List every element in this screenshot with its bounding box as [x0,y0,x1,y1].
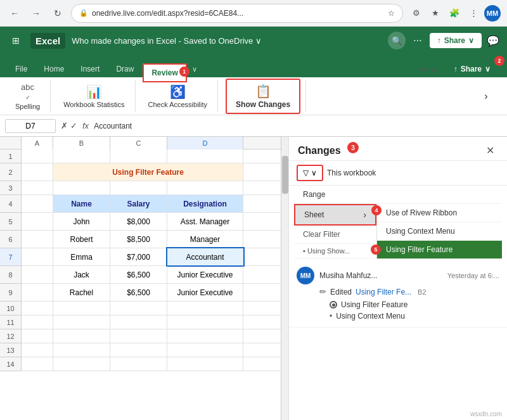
badge-5: 5 [371,245,381,255]
col-header-d[interactable]: D [167,137,243,150]
panel-close-button[interactable]: ✕ [482,143,498,158]
grid-cell-designation-5[interactable]: Asst. Manager [167,213,243,230]
grid-cell[interactable] [110,150,167,163]
grid-cell-salary-7[interactable]: $7,000 [110,248,167,265]
ribbon-more-button[interactable]: › [470,88,502,105]
sub-option-2[interactable]: Using Context Menu [377,222,502,241]
sub-option-1[interactable]: Use of Rivew Ribbon [377,204,502,222]
header-cell-name[interactable]: Name [53,195,110,212]
grid-cell[interactable] [22,195,53,212]
grid-cell-salary-6[interactable]: $8,500 [110,231,167,248]
extension-icon-1[interactable]: ⚙ [408,5,425,22]
row-header-8[interactable]: 8 [0,266,21,284]
cell-reference-input[interactable] [5,119,56,133]
grid-cell[interactable] [22,150,53,163]
sub-option-3-active[interactable]: Using Filter Feature [377,241,502,259]
grid-cell[interactable] [53,150,110,163]
grid-cell[interactable] [22,213,53,230]
grid-cell[interactable] [22,163,53,181]
grid-cell-salary-5[interactable]: $8,000 [110,213,167,230]
address-bar[interactable]: 🔒 onedrive.live.com/edit.aspx?resid=6CAE… [71,4,403,23]
share-badge-num: 2 [494,56,504,66]
grid-cell[interactable] [22,284,53,301]
filter-button[interactable]: ▽ ∨ [297,165,323,181]
grid-cell-rachel[interactable]: Rachel [53,284,110,301]
header-cell-designation[interactable]: Designation [167,195,243,212]
filter-option-sheet[interactable]: Sheet › [294,204,376,226]
forward-button[interactable]: → [28,5,44,22]
col-header-b[interactable]: B [53,137,110,150]
grid-cell[interactable] [22,266,53,283]
more-button[interactable]: ⋮ [465,5,482,22]
filter-option-range[interactable]: Range [294,186,502,204]
row-header-11[interactable]: 11 [0,315,21,329]
share-toolbar-button[interactable]: ↑ Share ∨ [445,61,499,77]
row-header-2[interactable]: 2 [0,163,21,181]
workbook-stats-button[interactable]: 📊 Workbook Statistics [58,82,129,111]
col-header-c[interactable]: C [110,137,167,150]
pencil-icon: ✏ [420,65,427,75]
apps-grid-icon[interactable]: ⊞ [8,32,24,49]
row-header-4[interactable]: 4 [0,195,21,213]
grid-cell-salary-8[interactable]: $6,500 [110,266,167,283]
header-cell-salary[interactable]: Salary [110,195,167,212]
tab-more-chevron[interactable]: ∨ [188,61,201,77]
grid-cell[interactable] [110,181,167,194]
tab-home[interactable]: Home [36,61,72,77]
row-header-3[interactable]: 3 [0,181,21,195]
row-header-10[interactable]: 10 [0,302,21,315]
sub-option-5-wrapper: Using Filter Feature 5 [377,241,502,259]
row-header-5[interactable]: 5 [0,213,21,231]
row-header-9[interactable]: 9 [0,284,21,302]
grid-cell-salary-9[interactable]: $6,500 [110,284,167,301]
vertical-scrollbar[interactable] [281,137,288,420]
grid-cell-designation-8[interactable]: Junior Executive [167,266,243,283]
grid-cell-emma[interactable]: Emma [53,248,110,265]
grid-cell[interactable] [167,150,243,163]
cancel-formula-icon[interactable]: ✗ [61,121,68,130]
grid-cell-john[interactable]: John [53,213,110,230]
row-header-6[interactable]: 6 [0,231,21,248]
extension-icon-3[interactable]: 🧩 [446,5,463,22]
grid-cell[interactable] [22,248,53,265]
show-changes-button[interactable]: 📋 Show Changes [226,79,300,114]
grid-cell[interactable] [167,181,243,194]
tab-draw[interactable]: Draw [108,61,141,77]
filter-clear-option[interactable]: Clear Filter [294,226,376,244]
main-content: A B C D 1 2 3 4 5 6 7 8 9 10 11 12 13 14 [0,137,507,420]
tab-file[interactable]: File [8,61,35,77]
row-header-7[interactable]: 7 [0,248,21,266]
reload-button[interactable]: ↻ [49,5,66,22]
more-options-button[interactable]: ··· [411,32,424,49]
row-header-13[interactable]: 13 [0,343,21,357]
user-avatar[interactable]: MM [484,5,501,22]
confirm-formula-icon[interactable]: ✓ [70,121,77,130]
check-accessibility-button[interactable]: ♿ Check Accessibility [143,82,213,111]
grid-cell[interactable] [22,181,53,194]
tab-insert[interactable]: Insert [73,61,107,77]
table-row: Using Filter Feature [22,163,288,181]
back-button[interactable]: ← [6,5,23,22]
grid-cell[interactable] [53,181,110,194]
row-header-14[interactable]: 14 [0,357,21,371]
extension-icon-2[interactable]: ★ [427,5,444,22]
grid-cell-accountant[interactable]: Accountant [167,248,243,265]
grid-cell[interactable] [22,231,53,248]
grid-cell-designation-6[interactable]: Manager [167,231,243,248]
spelling-button[interactable]: abc✓ Spelling [10,80,45,113]
bullet-item-radio: Using Filter Feature [330,299,499,310]
pencil-dropdown-button[interactable]: ✏ ∨ [414,62,441,77]
grid-cell-jack[interactable]: Jack [53,266,110,283]
title-cell[interactable]: Using Filter Feature [53,163,243,181]
col-header-a[interactable]: A [22,137,53,150]
scrollbar-thumb[interactable] [282,156,288,194]
edited-link[interactable]: Using Filter Fe... [356,288,411,296]
grid-cell-designation-9[interactable]: Junior Executive [167,284,243,301]
row-header-12[interactable]: 12 [0,329,21,343]
comment-button[interactable]: 💬 [487,35,499,47]
share-button[interactable]: ↑ Share ∨ [430,33,482,48]
search-button[interactable]: 🔍 [388,32,406,49]
grid-cell-robert[interactable]: Robert [53,231,110,248]
formula-value: Accountant [94,122,502,130]
row-header-1[interactable]: 1 [0,150,21,163]
